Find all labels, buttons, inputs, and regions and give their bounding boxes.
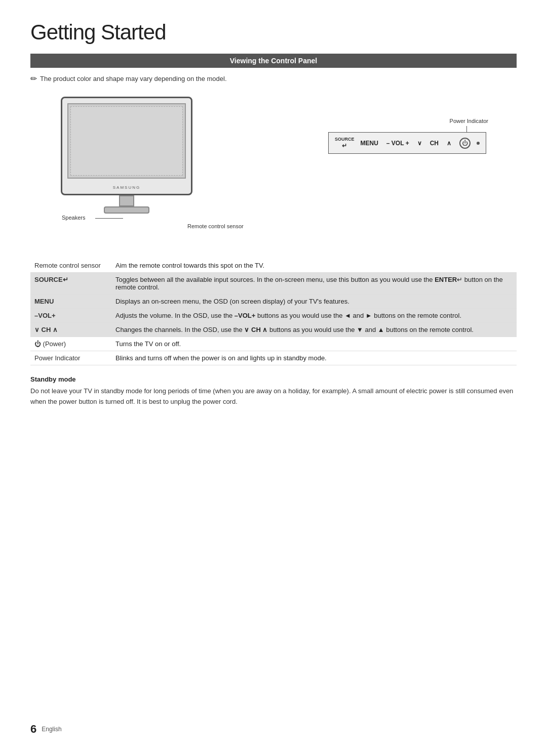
table-row: –VOL+ Adjusts the volume. In the OSD, us… [30, 309, 517, 323]
feature-table: Remote control sensor Aim the remote con… [30, 259, 517, 365]
feature-label: Power Indicator [30, 351, 111, 365]
ch-label: CH [430, 140, 439, 147]
page-title: Getting Started [30, 20, 517, 45]
source-button-display: SOURCE ↵ [335, 137, 355, 149]
power-indicator-dot [477, 142, 480, 145]
feature-description: Toggles between all the available input … [111, 273, 517, 295]
tv-screen [67, 103, 186, 179]
feature-label: –VOL+ [30, 309, 111, 323]
power-icon: ⏻ [462, 140, 468, 147]
table-row: MENU Displays an on-screen menu, the OSD… [30, 295, 517, 309]
tv-stand-neck [119, 195, 134, 206]
power-indicator-label: Power Indicator [450, 118, 488, 124]
table-row: ∨ CH ∧ Changes the channels. In the OSD,… [30, 323, 517, 337]
speakers-callout-line [95, 218, 123, 219]
remote-sensor-diagram-label: Remote control sensor [187, 223, 244, 229]
standby-title: Standby mode [30, 375, 517, 383]
note-icon: ✏ [30, 74, 37, 83]
feature-description: Changes the channels. In the OSD, use th… [111, 323, 517, 337]
table-row: Remote control sensor Aim the remote con… [30, 259, 517, 273]
table-row: Power Indicator Blinks and turns off whe… [30, 351, 517, 365]
tv-illustration: SAMSUNG [61, 97, 192, 214]
speakers-label: Speakers [62, 215, 85, 221]
note-line: ✏ The product color and shape may vary d… [30, 75, 517, 83]
ch-down-label: ∨ [417, 140, 422, 147]
menu-label: MENU [361, 140, 378, 147]
control-panel-strip: SOURCE ↵ MENU – VOL + ∨ CH ∧ ⏻ [328, 132, 486, 154]
power-button-display: ⏻ [459, 138, 471, 149]
feature-label: SOURCE↵ [30, 273, 111, 295]
table-row: SOURCE↵ Toggles between all the availabl… [30, 273, 517, 295]
diagram-area: SAMSUNG Power Indicator SOURCE ↵ MENU – … [30, 92, 517, 254]
tv-stand-base [104, 206, 149, 214]
standby-text: Do not leave your TV in standby mode for… [30, 386, 517, 407]
table-row: ⏻ (Power) Turns the TV on or off. [30, 337, 517, 351]
source-enter-icon: ↵ [342, 142, 347, 149]
tv-brand: SAMSUNG [113, 185, 140, 190]
feature-label: ∨ CH ∧ [30, 323, 111, 337]
tv-outer: SAMSUNG [61, 97, 192, 195]
page-number: 6 [30, 723, 36, 736]
feature-description: Turns the TV on or off. [111, 337, 517, 351]
feature-description: Blinks and turns off when the power is o… [111, 351, 517, 365]
page-language: English [42, 726, 61, 733]
section-header: Viewing the Control Panel [30, 54, 517, 68]
standby-section: Standby mode Do not leave your TV in sta… [30, 375, 517, 407]
page-footer: 6 English [30, 723, 62, 736]
tv-screen-inner [70, 106, 183, 176]
vol-label: – VOL + [386, 140, 409, 147]
ch-up-label: ∧ [447, 140, 451, 147]
feature-label: MENU [30, 295, 111, 309]
feature-description: Displays an on-screen menu, the OSD (on … [111, 295, 517, 309]
feature-description: Aim the remote control towards this spot… [111, 259, 517, 273]
note-text: The product color and shape may vary dep… [40, 75, 227, 82]
control-box: SOURCE ↵ MENU – VOL + ∨ CH ∧ ⏻ [328, 132, 486, 154]
feature-label: ⏻ (Power) [30, 337, 111, 351]
feature-label: Remote control sensor [30, 259, 111, 273]
source-label: SOURCE [335, 137, 355, 142]
feature-description: Adjusts the volume. In the OSD, use the … [111, 309, 517, 323]
